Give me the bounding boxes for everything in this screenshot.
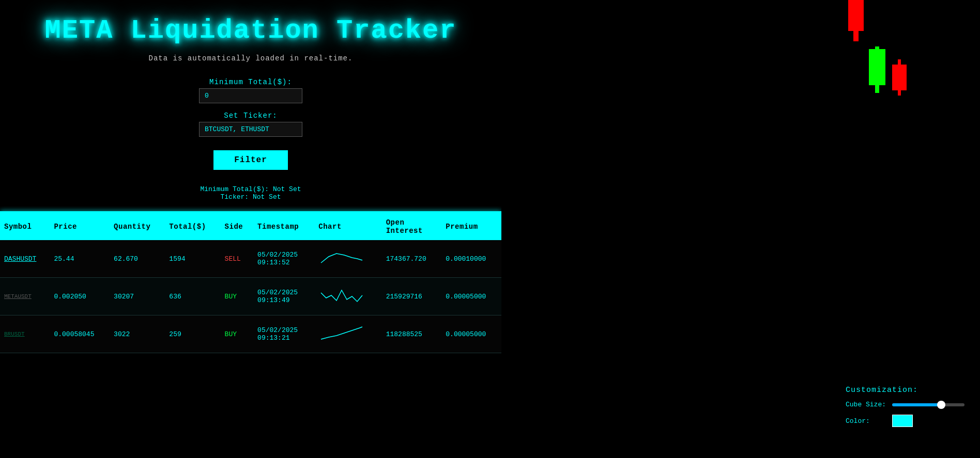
cell-chart[interactable] xyxy=(314,240,381,278)
cell-symbol[interactable]: BRUSDT xyxy=(0,315,50,353)
cell-timestamp: 05/02/202509:13:21 xyxy=(253,315,314,353)
customization-panel: Customization: Cube Size: Color: xyxy=(846,386,964,427)
col-total: Total($) xyxy=(165,213,220,240)
col-premium: Premium xyxy=(441,213,501,240)
ticker-group: Set Ticker: xyxy=(199,112,302,137)
col-quantity: Quantity xyxy=(110,213,165,240)
cell-price: 25.44 xyxy=(50,240,110,278)
table-row: METAUSDT 0.002050 30207 636 BUY 05/02/20… xyxy=(0,278,501,315)
candle-group xyxy=(866,46,913,101)
cell-open-interest: 215929716 xyxy=(382,278,442,315)
min-total-input[interactable] xyxy=(199,88,302,103)
cell-total: 1594 xyxy=(165,240,220,278)
mini-chart-svg-3 xyxy=(318,323,365,343)
customization-title: Customization: xyxy=(846,386,964,394)
liquidation-table: Symbol Price Quantity Total($) Side Time… xyxy=(0,213,501,353)
col-open-interest: OpenInterest xyxy=(382,213,442,240)
table-row: BRUSDT 0.00058045 3022 259 BUY 05/02/202… xyxy=(0,315,501,353)
title-section: META Liquidation Tracker Data is automat… xyxy=(0,0,501,68)
min-total-group: Minimum Total($): xyxy=(199,78,302,103)
subtitle: Data is automatically loaded in real-tim… xyxy=(10,54,491,62)
cell-symbol[interactable]: DASHUSDT xyxy=(0,240,50,278)
cell-timestamp: 05/02/202509:13:49 xyxy=(253,278,314,315)
cell-timestamp: 05/02/202509:13:52 xyxy=(253,240,314,278)
svg-rect-2 xyxy=(869,49,885,85)
table-container: Symbol Price Quantity Total($) Side Time… xyxy=(0,213,501,458)
cube-size-slider[interactable] xyxy=(892,403,964,406)
color-label: Color: xyxy=(846,417,887,425)
col-chart: Chart xyxy=(314,213,381,240)
cube-size-label: Cube Size: xyxy=(846,401,887,408)
svg-rect-5 xyxy=(892,65,907,90)
cell-chart[interactable] xyxy=(314,315,381,353)
svg-rect-0 xyxy=(848,0,864,31)
cell-premium: 0.00010000 xyxy=(441,240,501,278)
main-container: META Liquidation Tracker Data is automat… xyxy=(0,0,980,458)
svg-rect-4 xyxy=(875,85,879,93)
cell-side: SELL xyxy=(221,240,253,278)
cell-side: BUY xyxy=(221,278,253,315)
status-section: Minimum Total($): Not Set Ticker: Not Se… xyxy=(0,180,501,206)
min-total-label: Minimum Total($): xyxy=(209,78,292,86)
cell-quantity: 62.670 xyxy=(110,240,165,278)
cell-premium: 0.00005000 xyxy=(441,278,501,315)
color-swatch[interactable] xyxy=(892,415,913,427)
cell-quantity: 3022 xyxy=(110,315,165,353)
ticker-input[interactable] xyxy=(199,122,302,137)
col-timestamp: Timestamp xyxy=(253,213,314,240)
cell-open-interest: 118288525 xyxy=(382,315,442,353)
svg-rect-7 xyxy=(898,90,901,96)
min-total-status: Minimum Total($): Not Set xyxy=(5,185,496,193)
cell-chart[interactable] xyxy=(314,278,381,315)
cell-total: 259 xyxy=(165,315,220,353)
form-section: Minimum Total($): Set Ticker: Filter xyxy=(0,68,501,180)
cell-quantity: 30207 xyxy=(110,278,165,315)
table-header-row: Symbol Price Quantity Total($) Side Time… xyxy=(0,213,501,240)
svg-rect-1 xyxy=(853,31,859,41)
svg-rect-6 xyxy=(898,59,901,67)
col-side: Side xyxy=(221,213,253,240)
ticker-status: Ticker: Not Set xyxy=(5,193,496,201)
set-ticker-label: Set Ticker: xyxy=(224,112,277,120)
cell-open-interest: 174367.720 xyxy=(382,240,442,278)
cell-price: 0.002050 xyxy=(50,278,110,315)
app-title: META Liquidation Tracker xyxy=(10,15,491,46)
cell-symbol[interactable]: METAUSDT xyxy=(0,278,50,315)
right-panel-inner: Customization: Cube Size: Color: xyxy=(501,0,980,458)
col-symbol: Symbol xyxy=(0,213,50,240)
cell-total: 636 xyxy=(165,278,220,315)
cell-premium: 0.00005000 xyxy=(441,315,501,353)
filter-button[interactable]: Filter xyxy=(213,150,288,170)
svg-rect-3 xyxy=(875,46,879,52)
candle-red-top xyxy=(835,0,877,44)
right-panel: Customization: Cube Size: Color: xyxy=(501,0,980,458)
col-price: Price xyxy=(50,213,110,240)
table-row: DASHUSDT 25.44 62.670 1594 SELL 05/02/20… xyxy=(0,240,501,278)
cell-side: BUY xyxy=(221,315,253,353)
left-panel: META Liquidation Tracker Data is automat… xyxy=(0,0,501,458)
cell-price: 0.00058045 xyxy=(50,315,110,353)
color-row: Color: xyxy=(846,415,964,427)
mini-chart-svg xyxy=(318,247,365,268)
mini-chart-svg-2 xyxy=(318,285,365,306)
cube-size-row: Cube Size: xyxy=(846,401,964,408)
